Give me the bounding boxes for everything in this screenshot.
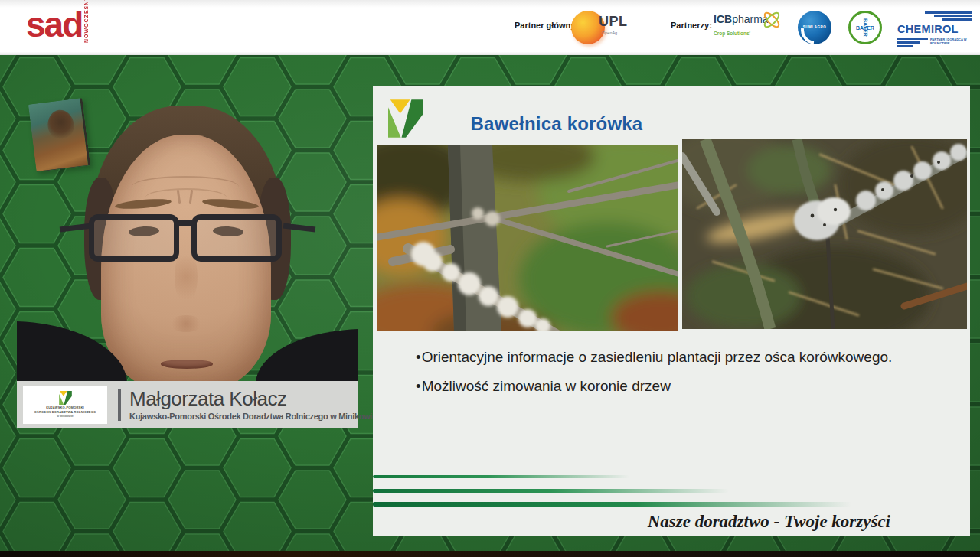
chemirol-logo: CHEMIROL PARTNER I DORADCA W ROLNICTWIE	[897, 11, 972, 47]
bullet-item: •Orientacyjne informacje o zasiedleniu p…	[416, 349, 959, 366]
upl-logo-text: UPL	[599, 14, 628, 30]
bottom-letterbox-bar	[0, 551, 980, 557]
icbpharma-tagline: Crop Solutions'	[714, 31, 750, 36]
speaker-name: Małgorzata Kołacz	[129, 389, 358, 409]
decorative-green-line	[373, 475, 629, 478]
presentation-slide: Bawełnica korówka	[373, 86, 970, 536]
chemirol-footer: PARTNER I DORADCA W ROLNICTWIE	[897, 37, 972, 47]
sumi-agro-logo: SUMI AGRO	[798, 11, 831, 44]
sad-logo: sad NOWOCZESNY	[26, 6, 89, 43]
sad-logo-text: sad	[26, 6, 82, 43]
glasses-bridge	[175, 220, 196, 226]
main-partner-label: Partner główny:	[514, 21, 578, 30]
kpodr-badge: KUJAWSKO-POMORSKI OŚRODEK DORADZTWA ROLN…	[23, 386, 107, 424]
webcam-video	[17, 86, 358, 381]
decorative-green-line	[373, 502, 851, 507]
slide-title: Bawełnica korówka	[373, 113, 740, 135]
slide-bullets: •Orientacyjne informacje o zasiedleniu p…	[416, 349, 959, 407]
chemirol-stripes-bottom	[897, 38, 928, 47]
glasses-lens	[89, 214, 179, 262]
speaker-mouth	[161, 360, 213, 369]
speaker-shoulder	[256, 329, 358, 381]
icb-bold: ICB	[714, 13, 732, 25]
glasses-temple	[60, 223, 93, 232]
upl-tagline: OpenAg	[602, 31, 617, 35]
bullet-marker: •	[416, 349, 421, 365]
decorative-green-line	[373, 489, 729, 493]
sad-logo-vertical-text: NOWOCZESNY	[83, 8, 89, 43]
badge-line: w Minikowie	[34, 414, 96, 418]
bullet-text: Orientacyjne informacje o zasiedleniu pl…	[422, 349, 893, 365]
chemirol-logo-text: CHEMIROL	[897, 23, 959, 35]
sponsor-bar: sad NOWOCZESNY Partner główny: UPL OpenA…	[0, 0, 980, 55]
hexagon-background: KUJAWSKO-POMORSKI OŚRODEK DORADZTWA ROLN…	[0, 55, 980, 551]
bullet-text: Możliwość zimowania w koronie drzew	[422, 378, 671, 394]
speaker-nameplate: KUJAWSKO-POMORSKI OŚRODEK DORADZTWA ROLN…	[17, 381, 358, 428]
chemirol-tagline: PARTNER I DORADCA W ROLNICTWIE	[930, 37, 969, 45]
slide-slogan: Nasze doradztwo - Twoje korzyści	[648, 512, 890, 532]
glasses-lens	[191, 214, 282, 262]
icbpharma-logo-text: ICBpharma	[714, 13, 769, 25]
nose-tip-shadow	[169, 315, 203, 332]
icbpharma-logo: ICBpharma Crop Solutions'	[714, 12, 793, 46]
stream-frame: sad NOWOCZESNY Partner główny: UPL OpenA…	[0, 0, 980, 557]
speaker-webcam: KUJAWSKO-POMORSKI OŚRODEK DORADZTWA ROLN…	[17, 86, 358, 428]
nose-shadow	[175, 249, 198, 305]
kpodr-badge-text: KUJAWSKO-POMORSKI OŚRODEK DORADZTWA ROLN…	[34, 406, 96, 418]
bayer-cross-horizontal-text: BAYER	[851, 25, 880, 31]
sumi-agro-swoosh-icon	[795, 9, 835, 50]
bullet-item: •Możliwość zimowania w koronie drzew	[416, 378, 959, 396]
photo-aphids-orchard	[377, 145, 678, 331]
bullet-marker: •	[416, 378, 421, 394]
icbpharma-atom-icon	[761, 9, 782, 34]
glasses-temple	[283, 223, 316, 232]
wall-painting	[28, 98, 90, 172]
nameplate-text: Małgorzata Kołacz Kujawsko-Pomorski Ośro…	[129, 389, 358, 421]
kpodr-badge-icon	[59, 391, 72, 405]
speaker-organization: Kujawsko-Pomorski Ośrodek Doradztwa Roln…	[129, 412, 358, 421]
nameplate-divider	[118, 389, 121, 421]
chemirol-stripes-top	[897, 11, 972, 21]
photo-aphids-shoots	[682, 139, 967, 329]
bayer-logo: BAYER BAYER	[848, 11, 882, 44]
upl-logo: UPL OpenAg	[571, 9, 637, 46]
sumi-agro-logo-text: SUMI AGRO	[798, 25, 831, 29]
partners-label: Partnerzy:	[671, 21, 712, 30]
